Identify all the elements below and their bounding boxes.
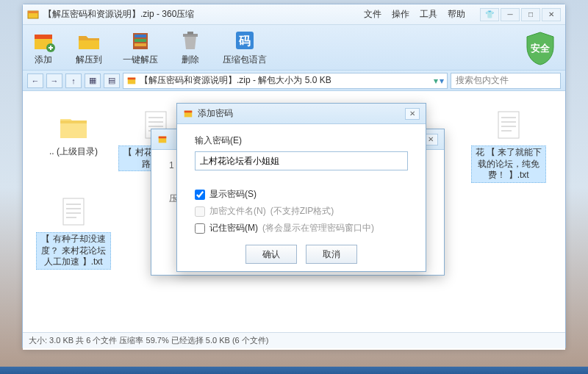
view-list-button[interactable]: ▦ (85, 73, 101, 88)
add-button[interactable]: 添加 (32, 29, 55, 66)
svg-rect-15 (128, 77, 136, 79)
navbar: ← → ↑ ▦ ▤ 【解压密码和资源说明】.zip - 解包大小为 5.0 KB… (23, 71, 565, 91)
svg-rect-7 (135, 39, 146, 42)
view-icons-button[interactable]: ▤ (104, 73, 120, 88)
file-up[interactable]: .. (上级目录) (36, 107, 111, 159)
archive-icon (129, 29, 152, 52)
text-file-icon (56, 194, 91, 229)
path-dropdown-icon[interactable]: ▾ (434, 76, 438, 86)
menu-file[interactable]: 文件 (364, 8, 381, 21)
svg-text:安全: 安全 (531, 43, 551, 54)
ok-button[interactable]: 确认 (245, 245, 297, 264)
add-icon (32, 29, 55, 52)
close-button[interactable]: ✕ (542, 8, 561, 21)
password-label: 输入密码(E) (195, 134, 408, 147)
minimize-button[interactable]: ─ (501, 8, 520, 21)
encoding-button[interactable]: 码 压缩包语言 (223, 29, 267, 66)
extract-to-button[interactable]: 解压到 (76, 29, 102, 66)
encrypt-filename-label: 加密文件名(N) (209, 205, 266, 217)
encrypt-filename-checkbox[interactable] (195, 206, 205, 217)
svg-rect-1 (28, 11, 38, 13)
svg-rect-18 (63, 198, 84, 225)
app-icon (27, 9, 39, 21)
svg-rect-3 (35, 35, 52, 39)
dialog-close-button[interactable]: ✕ (405, 108, 420, 120)
menu-help[interactable]: 帮助 (448, 8, 465, 21)
svg-rect-17 (498, 112, 519, 138)
archive-small-icon (126, 76, 137, 86)
path-history-icon[interactable]: ▾ (440, 76, 444, 86)
nav-back-button[interactable]: ← (27, 73, 43, 88)
titlebar: 【解压密码和资源说明】.zip - 360压缩 文件 操作 工具 帮助 👕 ─ … (23, 4, 565, 25)
trash-icon (179, 29, 202, 52)
dialog-title: 添加密码 (198, 107, 233, 120)
menubar: 文件 操作 工具 帮助 (364, 8, 465, 21)
show-password-checkbox[interactable] (195, 190, 205, 200)
safety-shield-icon[interactable]: 安全 (524, 31, 556, 66)
archive-small-icon (157, 134, 168, 145)
maximize-button[interactable]: □ (521, 8, 540, 21)
encoding-icon: 码 (233, 29, 257, 52)
statusbar: 大小: 3.0 KB 共 6 个文件 压缩率 59.7% 已经选择 5.0 KB… (23, 332, 565, 348)
folder-icon (77, 29, 101, 52)
nav-up-button[interactable]: ↑ (65, 73, 82, 88)
svg-rect-20 (159, 136, 167, 138)
one-click-extract-button[interactable]: 一键解压 (123, 29, 158, 66)
path-box[interactable]: 【解压密码和资源说明】.zip - 解包大小为 5.0 KB ▾▾ (123, 73, 448, 89)
search-input[interactable]: 搜索包内文件 (451, 73, 561, 89)
svg-rect-10 (187, 32, 193, 35)
menu-action[interactable]: 操作 (392, 8, 409, 21)
remember-password-checkbox[interactable] (195, 223, 205, 234)
svg-rect-22 (184, 110, 193, 112)
nav-forward-button[interactable]: → (46, 73, 62, 88)
taskbar (0, 367, 588, 374)
delete-button[interactable]: 删除 (179, 29, 202, 66)
file-item-3[interactable]: 【 有种子却没速度？ 来村花论坛人工加速 】.txt (36, 194, 111, 270)
svg-rect-6 (135, 35, 146, 37)
window-title: 【解压密码和资源说明】.zip - 360压缩 (43, 8, 194, 21)
cancel-button[interactable]: 取消 (306, 245, 357, 264)
toolbar: 添加 解压到 一键解压 删除 码 压缩包语言 安全 (23, 25, 565, 71)
password-input[interactable] (195, 151, 408, 170)
add-password-dialog: 添加密码 ✕ 输入密码(E) 显示密码(S) 加密文件名(N) (不支持ZIP格… (176, 103, 426, 272)
svg-text:码: 码 (238, 35, 251, 47)
show-password-label: 显示密码(S) (209, 188, 257, 201)
remember-password-label: 记住密码(M) (209, 222, 258, 234)
svg-rect-8 (135, 43, 146, 46)
text-file-icon (491, 107, 526, 143)
skin-button[interactable]: 👕 (480, 8, 499, 21)
menu-tools[interactable]: 工具 (420, 8, 437, 21)
folder-up-icon (56, 107, 91, 143)
archive-small-icon (183, 109, 193, 119)
file-item-2[interactable]: 花 【 来了就能下载的论坛，纯免费！ 】.txt (471, 107, 546, 183)
dialog-titlebar: 添加密码 ✕ (177, 104, 426, 124)
